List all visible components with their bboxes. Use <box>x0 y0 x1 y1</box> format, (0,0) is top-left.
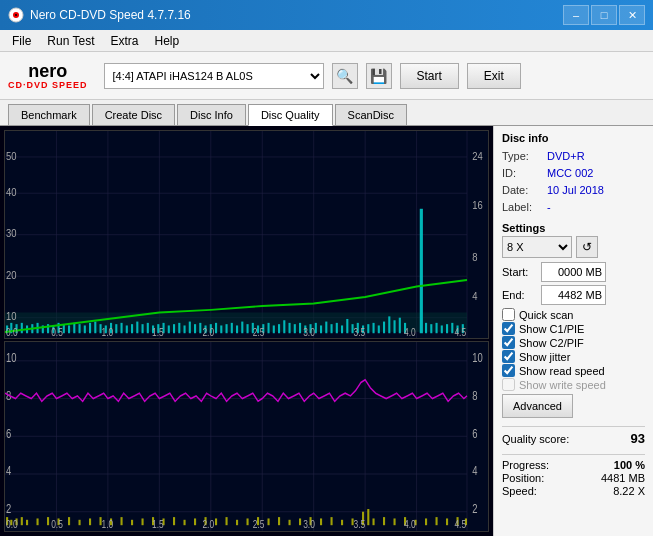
svg-rect-49 <box>168 325 170 333</box>
svg-text:1.0: 1.0 <box>102 326 114 338</box>
svg-text:2.0: 2.0 <box>202 326 214 338</box>
svg-rect-185 <box>373 519 375 526</box>
maximize-button[interactable]: □ <box>591 5 617 25</box>
end-label: End: <box>502 289 537 301</box>
speed-select[interactable]: 8 X Max 1 X 2 X 4 X 16 X <box>502 236 572 258</box>
svg-text:2: 2 <box>6 502 11 515</box>
menu-bar: File Run Test Extra Help <box>0 30 653 52</box>
svg-text:6: 6 <box>472 427 477 440</box>
quick-scan-checkbox[interactable] <box>502 308 515 321</box>
position-row: Position: 4481 MB <box>502 472 645 484</box>
show-c1pie-checkbox[interactable] <box>502 322 515 335</box>
show-jitter-label[interactable]: Show jitter <box>519 351 570 363</box>
show-write-speed-checkbox[interactable] <box>502 378 515 391</box>
svg-rect-151 <box>26 520 28 525</box>
svg-rect-80 <box>331 324 333 333</box>
tab-create-disc[interactable]: Create Disc <box>92 104 175 125</box>
disc-label-row: Label: - <box>502 201 645 213</box>
svg-rect-156 <box>79 520 81 525</box>
menu-run-test[interactable]: Run Test <box>39 32 102 50</box>
svg-rect-98 <box>436 323 438 333</box>
svg-rect-93 <box>399 318 401 334</box>
exit-button[interactable]: Exit <box>467 63 521 89</box>
svg-text:4: 4 <box>472 289 477 302</box>
show-c1pie-label[interactable]: Show C1/PIE <box>519 323 584 335</box>
bottom-chart-svg: 10 8 6 4 2 10 8 6 4 2 <box>5 342 488 531</box>
svg-rect-175 <box>278 518 280 526</box>
svg-rect-58 <box>215 323 217 333</box>
show-jitter-checkbox[interactable] <box>502 350 515 363</box>
svg-rect-174 <box>268 519 270 526</box>
svg-rect-77 <box>315 323 317 333</box>
show-read-speed-checkbox[interactable] <box>502 364 515 377</box>
quality-score-value: 93 <box>631 431 645 446</box>
svg-text:30: 30 <box>6 226 17 239</box>
nero-logo: nero CD·DVD SPEED <box>8 62 88 90</box>
position-label: Position: <box>502 472 544 484</box>
svg-rect-39 <box>115 324 117 333</box>
svg-rect-92 <box>394 320 396 333</box>
svg-rect-169 <box>215 519 217 526</box>
tab-disc-info[interactable]: Disc Info <box>177 104 246 125</box>
svg-text:8: 8 <box>472 250 477 263</box>
svg-rect-96 <box>425 323 427 333</box>
tab-scan-disc[interactable]: ScanDisc <box>335 104 407 125</box>
svg-text:24: 24 <box>472 149 483 162</box>
show-jitter-row: Show jitter <box>502 350 645 363</box>
refresh-button[interactable]: ↺ <box>576 236 598 258</box>
svg-rect-179 <box>320 519 322 526</box>
show-write-speed-label: Show write speed <box>519 379 606 391</box>
svg-rect-97 <box>430 324 432 333</box>
menu-help[interactable]: Help <box>147 32 188 50</box>
svg-rect-71 <box>283 320 285 333</box>
svg-rect-70 <box>278 324 280 333</box>
svg-rect-79 <box>325 322 327 334</box>
svg-point-2 <box>15 14 17 16</box>
start-button[interactable]: Start <box>400 63 459 89</box>
svg-rect-176 <box>289 520 291 525</box>
show-read-speed-label[interactable]: Show read speed <box>519 365 605 377</box>
browse-icon-button[interactable]: 🔍 <box>332 63 358 89</box>
advanced-button[interactable]: Advanced <box>502 394 573 418</box>
svg-rect-50 <box>173 324 175 333</box>
disc-id-row: ID: MCC 002 <box>502 167 645 179</box>
minimize-button[interactable]: – <box>563 5 589 25</box>
show-c2pif-label[interactable]: Show C2/PIF <box>519 337 584 349</box>
svg-rect-160 <box>121 518 123 526</box>
progress-row: Progress: 100 % <box>502 459 645 471</box>
svg-rect-81 <box>336 323 338 333</box>
svg-rect-89 <box>378 325 380 333</box>
svg-rect-161 <box>131 520 133 525</box>
close-button[interactable]: ✕ <box>619 5 645 25</box>
quality-score-section: Quality score: 93 <box>502 426 645 446</box>
menu-extra[interactable]: Extra <box>102 32 146 50</box>
save-icon-button[interactable]: 💾 <box>366 63 392 89</box>
svg-text:4: 4 <box>6 465 11 478</box>
disc-date-value: 10 Jul 2018 <box>547 184 604 196</box>
svg-rect-31 <box>73 323 75 333</box>
svg-rect-44 <box>142 324 144 333</box>
svg-rect-157 <box>89 519 91 526</box>
tab-disc-quality[interactable]: Disc Quality <box>248 104 333 126</box>
svg-rect-167 <box>194 519 196 526</box>
start-input[interactable] <box>541 262 606 282</box>
menu-file[interactable]: File <box>4 32 39 50</box>
show-c2pif-row: Show C2/PIF <box>502 336 645 349</box>
tab-benchmark[interactable]: Benchmark <box>8 104 90 125</box>
show-c2pif-checkbox[interactable] <box>502 336 515 349</box>
svg-text:0.5: 0.5 <box>51 326 63 338</box>
svg-rect-90 <box>383 322 385 334</box>
svg-text:4: 4 <box>472 465 477 478</box>
quick-scan-label[interactable]: Quick scan <box>519 309 573 321</box>
show-read-speed-row: Show read speed <box>502 364 645 377</box>
svg-rect-152 <box>37 519 39 526</box>
svg-rect-45 <box>147 323 149 333</box>
svg-text:2.5: 2.5 <box>253 326 265 338</box>
window-controls: – □ ✕ <box>563 5 645 25</box>
disc-label-value: - <box>547 201 551 213</box>
end-input[interactable] <box>541 285 606 305</box>
drive-select[interactable]: [4:4] ATAPI iHAS124 B AL0S <box>104 63 324 89</box>
svg-rect-95 <box>420 209 423 333</box>
svg-rect-40 <box>121 323 123 333</box>
svg-rect-150 <box>21 518 23 526</box>
